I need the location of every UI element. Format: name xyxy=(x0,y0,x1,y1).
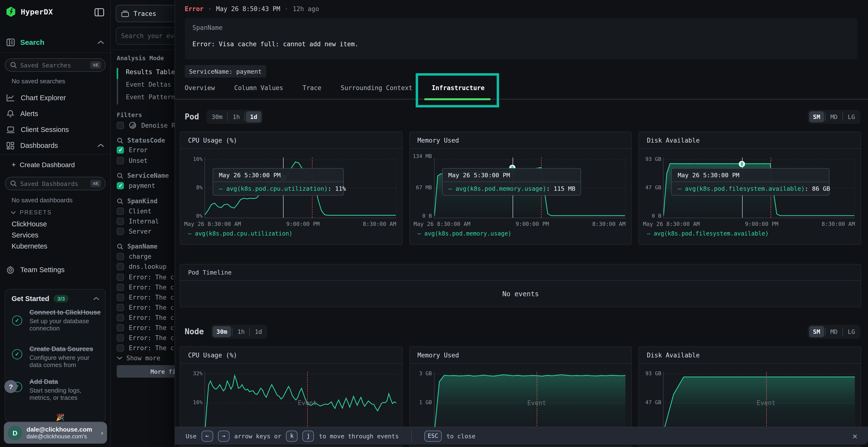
k-key[interactable]: k xyxy=(286,431,298,442)
filter-option-charge[interactable]: charge xyxy=(117,253,151,260)
tab-surrounding-context[interactable]: Surrounding Context xyxy=(341,77,412,99)
size-sm[interactable]: SM xyxy=(809,326,824,337)
preset-kubernetes[interactable]: Kubernetes xyxy=(11,242,47,250)
service-name-chip[interactable]: ServiceName: payment xyxy=(185,65,266,77)
saved-searches-field[interactable] xyxy=(20,61,90,69)
filter-option-server[interactable]: Server xyxy=(117,228,151,235)
checkbox[interactable] xyxy=(117,218,124,225)
esc-key[interactable]: ESC xyxy=(424,431,441,442)
event-search-input[interactable] xyxy=(116,27,175,45)
create-dashboard-button[interactable]: + Create Dashboard xyxy=(11,161,75,169)
checkbox-checked[interactable] xyxy=(117,182,124,189)
sidebar-item-dashboards[interactable]: Dashboards xyxy=(0,138,111,153)
checkbox[interactable] xyxy=(117,208,124,215)
size-md[interactable]: MD xyxy=(827,326,841,337)
get-started-step-2[interactable]: ✓ Create Data Sources Configure where yo… xyxy=(11,345,101,369)
checkbox[interactable] xyxy=(117,122,124,129)
size-lg[interactable]: LG xyxy=(844,326,859,337)
tab-trace[interactable]: Trace xyxy=(303,77,321,99)
facet-spankind[interactable]: SpanKind xyxy=(117,198,157,205)
get-started-step-1[interactable]: ✓ Connect to ClickHouse Set up your data… xyxy=(11,309,101,332)
arrow-left-key[interactable]: ← xyxy=(201,431,213,442)
sidebar-item-chart-explorer[interactable]: Chart Explorer xyxy=(0,91,111,105)
checkbox-checked[interactable] xyxy=(117,146,124,153)
range-30m[interactable]: 30m xyxy=(213,326,231,337)
facet-servicename[interactable]: ServiceName xyxy=(117,172,169,179)
range-1d[interactable]: 1d xyxy=(246,111,261,122)
checkbox[interactable] xyxy=(117,253,124,260)
checkbox[interactable] xyxy=(117,314,124,321)
help-button[interactable]: ? xyxy=(4,380,18,393)
filter-option-error[interactable]: Error xyxy=(117,146,148,153)
size-md[interactable]: MD xyxy=(827,111,841,122)
saved-dashboards-input[interactable]: ⌘K xyxy=(5,177,105,190)
filter-option-unset[interactable]: Unset xyxy=(117,157,148,164)
sidebar-item-client-sessions[interactable]: Client Sessions xyxy=(0,122,111,137)
filter-option-error-span[interactable]: Error: The cr xyxy=(117,314,175,321)
close-icon[interactable]: ✕ xyxy=(852,431,858,441)
arrow-right-key[interactable]: → xyxy=(218,431,229,442)
analysis-mode-results-table[interactable]: Results Table xyxy=(126,68,175,76)
checkbox[interactable] xyxy=(117,324,124,332)
show-more-toggle[interactable]: Show more xyxy=(117,354,160,362)
checkbox[interactable] xyxy=(117,304,124,311)
filter-option-error-span[interactable]: Error: The cr xyxy=(117,344,175,352)
filter-option-error-span[interactable]: Error: The cr xyxy=(117,324,175,332)
analysis-mode-event-patterns[interactable]: Event Patterns xyxy=(126,94,175,101)
filter-option-error-span[interactable]: Error: The cr xyxy=(117,284,175,291)
checkbox[interactable] xyxy=(117,334,124,342)
filter-option-internal[interactable]: Internal xyxy=(117,218,159,225)
range-30m[interactable]: 30m xyxy=(208,111,226,122)
j-key[interactable]: j xyxy=(303,431,314,442)
get-started-step-3[interactable]: ✓ Add Data Start sending logs, metrics, … xyxy=(11,378,101,402)
user-menu[interactable]: D dale@clickhouse.com dale@clickhouse.co… xyxy=(4,422,107,444)
pod-memory-plot[interactable]: Event May 26 5:30:00 PM — avg(k8s.pod.me… xyxy=(434,158,625,218)
pod-disk-plot[interactable]: Event May 26 5:30:00 PM — avg(k8s.pod.fi… xyxy=(663,158,855,218)
facet-spanname[interactable]: SpanName xyxy=(117,243,157,250)
checkbox[interactable] xyxy=(117,344,124,352)
checkbox[interactable] xyxy=(117,274,124,281)
chevron-up-icon[interactable] xyxy=(97,40,104,44)
filter-option-payment[interactable]: payment xyxy=(117,182,155,189)
more-filters-button[interactable]: More filters xyxy=(117,365,175,378)
checkbox[interactable] xyxy=(117,228,124,235)
range-1h[interactable]: 1h xyxy=(229,111,244,122)
filter-option-client[interactable]: Client xyxy=(117,208,151,215)
source-select[interactable]: Traces xyxy=(116,5,175,22)
node-memory-plot[interactable]: Event xyxy=(434,372,625,434)
app-logo[interactable]: HyperDX xyxy=(5,6,53,18)
saved-searches-input[interactable]: ⌘K xyxy=(5,58,105,72)
node-cpu-plot[interactable]: Event xyxy=(205,372,396,434)
tab-infrastructure[interactable]: Infrastructure xyxy=(432,77,485,99)
sidebar-item-alerts[interactable]: Alerts xyxy=(0,106,111,121)
pod-cpu-plot[interactable]: Event May 26 5:30:00 PM — avg(k8s.pod.cp… xyxy=(205,158,396,218)
preset-services[interactable]: Services xyxy=(11,231,38,239)
node-disk-plot[interactable]: Event xyxy=(663,372,855,434)
event-search-field[interactable] xyxy=(121,32,175,39)
preset-clickhouse[interactable]: ClickHouse xyxy=(11,220,47,228)
filter-option-error-span[interactable]: Error: The cr xyxy=(117,304,175,311)
sidebar-item-team-settings[interactable]: Team Settings xyxy=(0,263,111,277)
chevron-up-icon[interactable] xyxy=(97,143,104,147)
filter-option-error-span[interactable]: Error: The cr xyxy=(117,274,175,281)
checkbox[interactable] xyxy=(117,294,124,301)
tab-overview[interactable]: Overview xyxy=(185,77,215,99)
denoise-checkbox-row[interactable]: Denoise Results xyxy=(117,122,175,129)
checkbox[interactable] xyxy=(117,263,124,270)
filter-option-error-span[interactable]: Error: The cr xyxy=(117,334,175,342)
checkbox[interactable] xyxy=(117,157,124,164)
presets-toggle[interactable]: PRESETS xyxy=(10,209,52,216)
facet-statuscode[interactable]: StatusCode xyxy=(117,137,165,144)
sidebar-collapse-icon[interactable] xyxy=(94,8,104,16)
checkbox[interactable] xyxy=(117,284,124,291)
size-sm[interactable]: SM xyxy=(809,111,824,122)
sidebar-item-search[interactable]: Search xyxy=(0,32,111,53)
tab-column-values[interactable]: Column Values xyxy=(234,77,283,99)
range-1d[interactable]: 1d xyxy=(251,326,266,337)
filter-option-dns-lookup[interactable]: dns.lookup xyxy=(117,263,166,270)
analysis-mode-event-deltas[interactable]: Event Deltas xyxy=(126,81,171,88)
size-lg[interactable]: LG xyxy=(844,111,859,122)
range-1h[interactable]: 1h xyxy=(234,326,249,337)
filter-option-error-span[interactable]: Error: The cr xyxy=(117,294,175,301)
saved-dashboards-field[interactable] xyxy=(20,180,90,187)
